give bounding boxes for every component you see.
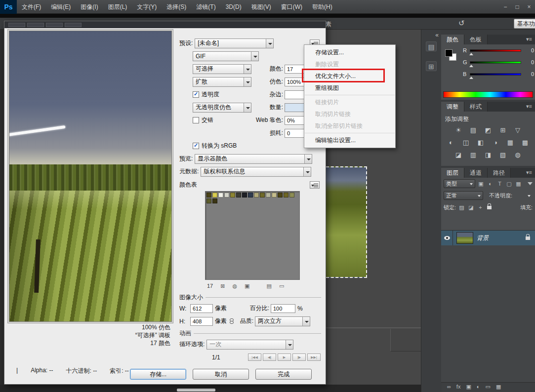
- hue-saturation-icon[interactable]: ◐: [446, 138, 456, 147]
- first-frame-button[interactable]: |◀◀: [248, 353, 261, 361]
- color-lookup-icon[interactable]: ▩: [520, 138, 531, 147]
- color-swatch[interactable]: [254, 193, 259, 197]
- color-spectrum-ramp[interactable]: [443, 91, 533, 98]
- interlace-checkbox[interactable]: [193, 117, 199, 123]
- width-input[interactable]: 612: [190, 304, 213, 313]
- dither-method-select[interactable]: 扩散: [193, 77, 251, 87]
- menu-image[interactable]: 图像(I): [76, 0, 103, 14]
- lock-all-icon[interactable]: [487, 206, 492, 209]
- format-select[interactable]: GIF: [193, 51, 259, 61]
- color-swatch[interactable]: [212, 198, 217, 203]
- delete-color-icon[interactable]: ▭: [279, 283, 284, 289]
- metadata-select[interactable]: 版权和联系信息: [201, 167, 311, 177]
- panel-menu-icon[interactable]: [526, 35, 535, 44]
- green-slider[interactable]: [470, 61, 521, 64]
- channel-mixer-icon[interactable]: ▦: [505, 138, 516, 147]
- color-reduction-select[interactable]: 可选择: [193, 64, 251, 74]
- play-button[interactable]: ▶: [278, 353, 291, 361]
- color-swatch[interactable]: [278, 193, 283, 197]
- layer-mask-icon[interactable]: ▣: [466, 384, 471, 390]
- color-balance-icon[interactable]: ◫: [460, 138, 471, 147]
- color-swatch[interactable]: [272, 193, 277, 197]
- link-layers-icon[interactable]: ∞: [447, 384, 451, 390]
- menu-view[interactable]: 视图(V): [247, 0, 276, 14]
- delete-layer-icon[interactable]: ▦: [496, 384, 501, 390]
- layer-group-icon[interactable]: ▭: [485, 384, 490, 390]
- blend-mode-select[interactable]: 正常: [444, 191, 483, 200]
- posterize-icon[interactable]: ▥: [468, 151, 479, 159]
- color-swatch[interactable]: [260, 193, 265, 197]
- color-swatch[interactable]: [266, 193, 271, 197]
- layer-style-icon[interactable]: fx: [456, 384, 461, 390]
- color-swatch[interactable]: [206, 198, 211, 203]
- color-swatch[interactable]: [230, 193, 235, 197]
- invert-icon[interactable]: ◪: [453, 151, 464, 159]
- done-button[interactable]: 完成: [255, 369, 312, 380]
- preview-image[interactable]: [9, 31, 172, 322]
- color-swatch[interactable]: [218, 193, 223, 197]
- selective-color-icon[interactable]: ◍: [512, 151, 523, 159]
- tab-color[interactable]: 颜色: [441, 35, 464, 44]
- color-swatch[interactable]: [242, 193, 247, 197]
- filter-toggle-icon[interactable]: [528, 182, 533, 185]
- filter-type-layers-icon[interactable]: T: [496, 181, 503, 187]
- lock-move-icon[interactable]: +: [477, 204, 484, 210]
- constrain-proportions-icon[interactable]: [230, 319, 235, 323]
- preview-tab[interactable]: [8, 23, 25, 27]
- color-table[interactable]: [205, 191, 300, 280]
- menu-window[interactable]: 窗口(W): [276, 0, 307, 14]
- threshold-icon[interactable]: ◨: [483, 151, 494, 159]
- menu-layer[interactable]: 图层(L): [103, 0, 132, 14]
- tab-styles[interactable]: 样式: [464, 102, 488, 112]
- black-white-icon[interactable]: ◧: [475, 138, 486, 147]
- tab-swatches[interactable]: 色板: [464, 35, 488, 44]
- adjustment-layer-icon[interactable]: ◐: [477, 384, 480, 390]
- previous-frame-button[interactable]: ◀|: [263, 353, 276, 361]
- preview-tab[interactable]: [46, 23, 63, 27]
- menu-item-repopulate-views[interactable]: 重组视图: [304, 82, 395, 94]
- tab-adjustments[interactable]: 调整: [441, 102, 464, 112]
- collapse-panels-icon[interactable]: «: [435, 32, 439, 39]
- last-frame-button[interactable]: ▶▶|: [307, 353, 321, 361]
- menu-3d[interactable]: 3D(D): [221, 0, 247, 14]
- vibrance-icon[interactable]: ▽: [512, 126, 523, 134]
- percent-input[interactable]: 100: [271, 304, 295, 313]
- foreground-color-swatch[interactable]: [445, 49, 453, 57]
- tab-paths[interactable]: 路径: [488, 168, 511, 178]
- color-swatch[interactable]: [289, 193, 294, 197]
- filter-smart-object-icon[interactable]: ▦: [515, 181, 522, 187]
- filter-adjustment-layers-icon[interactable]: ◐: [487, 181, 494, 187]
- menu-item-save-settings[interactable]: 存储设置...: [304, 46, 395, 58]
- green-slider-thumb[interactable]: [469, 65, 473, 67]
- websafe-shift-icon[interactable]: ◍: [232, 283, 237, 289]
- loop-select[interactable]: 一次: [206, 340, 293, 350]
- next-frame-button[interactable]: |▶: [292, 353, 306, 361]
- color-swatch[interactable]: [236, 193, 241, 197]
- tab-layers[interactable]: 图层: [441, 168, 464, 178]
- transparency-checkbox[interactable]: [193, 91, 199, 98]
- menu-type[interactable]: 文字(Y): [132, 0, 162, 14]
- lock-color-icon[interactable]: ▣: [245, 283, 249, 289]
- blue-slider[interactable]: [470, 73, 521, 76]
- levels-icon[interactable]: ▤: [468, 126, 479, 134]
- menu-filter[interactable]: 滤镜(T): [191, 0, 220, 14]
- menu-edit[interactable]: 编辑(E): [46, 0, 76, 14]
- preview-pane[interactable]: [7, 29, 173, 323]
- red-slider[interactable]: [470, 49, 521, 52]
- layer-row-background[interactable]: 背景: [441, 231, 535, 245]
- filter-pixel-layers-icon[interactable]: ▣: [477, 181, 485, 187]
- tab-channels[interactable]: 通道: [464, 168, 488, 178]
- preview-mode-select[interactable]: 显示器颜色: [195, 154, 312, 164]
- reset-workspace-icon[interactable]: ↺: [458, 19, 465, 28]
- color-swatch[interactable]: [248, 193, 253, 197]
- photo-filter-icon[interactable]: ◑: [490, 138, 501, 147]
- properties-panel-icon[interactable]: ⊞: [426, 61, 437, 71]
- preview-tab[interactable]: [65, 23, 82, 27]
- gradient-map-icon[interactable]: ▧: [497, 151, 508, 159]
- quality-select[interactable]: 两次立方: [255, 316, 310, 326]
- color-swatch[interactable]: [212, 193, 217, 197]
- cancel-button[interactable]: 取消: [193, 369, 249, 380]
- transparency-dither-select[interactable]: 无透明度仿色: [193, 103, 251, 113]
- minimize-button[interactable]: −: [499, 0, 511, 14]
- srgb-checkbox[interactable]: [193, 143, 199, 149]
